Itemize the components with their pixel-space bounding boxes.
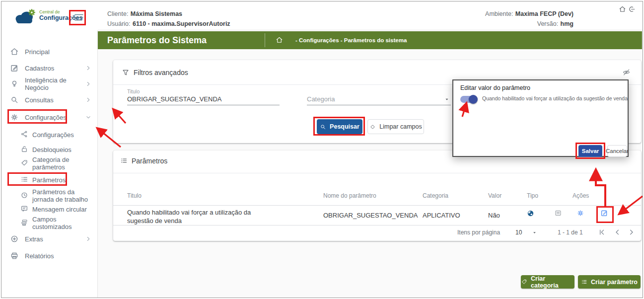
categoria-select[interactable] xyxy=(307,94,451,105)
first-page-icon[interactable] xyxy=(598,228,606,236)
logout-icon[interactable] xyxy=(628,5,636,13)
dialog-title: Editar valor do parâmetro xyxy=(460,84,530,91)
chevron-right-icon xyxy=(85,80,92,87)
menu-icon[interactable] xyxy=(71,12,84,22)
environment-label: Ambiente: xyxy=(485,10,513,17)
sidebar-subitem-parametros[interactable]: Parâmetros xyxy=(1,173,98,187)
logo-line1: Central de xyxy=(39,9,60,14)
parameters-card: Parâmetros Titulo Nome do parâmetro Cate… xyxy=(113,150,641,241)
sidebar-subitem-configuracoes[interactable]: Configurações xyxy=(1,128,98,142)
dropdown-caret-icon[interactable] xyxy=(444,96,450,102)
column-header-acoes: Ações xyxy=(572,192,589,199)
sidebar-subitem-categoria-de-parametros[interactable]: Categoria de parâmetros xyxy=(1,155,98,172)
sidebar-nav: Principal Cadastros Inteligência de Negó… xyxy=(1,30,98,298)
titulo-field: Titulo xyxy=(127,88,280,105)
save-button[interactable]: Salvar xyxy=(578,145,602,157)
sidebar-item-relatorios[interactable]: Relatórios xyxy=(1,249,98,263)
cancel-button[interactable]: Cancelar xyxy=(607,145,627,157)
note-action-icon[interactable] xyxy=(554,209,562,217)
hide-filters-eye-off-icon[interactable] xyxy=(622,68,631,76)
version-label: Versão: xyxy=(537,20,558,27)
pagination-range: 1 - 1 de 1 xyxy=(558,229,583,236)
plus-circle-icon xyxy=(10,234,19,243)
edit-action-icon[interactable] xyxy=(600,209,608,217)
sidebar-subitem-campos-customizados[interactable]: Campos customizados xyxy=(1,216,98,230)
column-header-tipo: Tipo xyxy=(527,192,538,199)
unlock-icon xyxy=(20,145,29,154)
parameter-toggle[interactable] xyxy=(460,96,477,103)
sidebar-item-cadastros[interactable]: Cadastros xyxy=(1,61,98,75)
sidebar-item-inteligencia[interactable]: Inteligência de Negócio xyxy=(1,77,98,91)
create-category-button[interactable]: Criar categoria xyxy=(521,275,574,289)
client-label: Cliente: xyxy=(107,10,128,17)
hierarchy-icon xyxy=(20,130,29,139)
chevron-down-icon xyxy=(85,114,92,121)
cell-categoria: APLICATIVO xyxy=(423,212,460,219)
search-icon xyxy=(320,124,326,130)
list-icon xyxy=(120,157,128,164)
edit-parameter-dialog: Editar valor do parâmetro Quando habilit… xyxy=(452,79,629,157)
breadcrumb-home-icon[interactable] xyxy=(276,36,283,44)
column-header-titulo: Titulo xyxy=(127,192,142,199)
title-divider xyxy=(265,33,265,47)
sidebar-subitem-mensagem-circular[interactable]: Mensagem circular xyxy=(1,202,98,216)
per-page-caret-icon[interactable] xyxy=(532,230,537,235)
chevron-right-icon xyxy=(85,65,92,72)
list-icon xyxy=(20,175,29,184)
stack-icon xyxy=(20,219,29,227)
home-icon xyxy=(10,47,19,56)
sidebar-subitem-parametros-jornada[interactable]: Parâmetros da jornada de trabalho xyxy=(1,187,98,204)
environment-value: Maxima FECP (Dev) xyxy=(515,10,573,17)
page-title: Parâmetros do Sistema xyxy=(107,35,207,46)
gear-icon xyxy=(10,113,19,122)
sidebar-subitem-desbloqueios[interactable]: Desbloqueios xyxy=(1,143,98,156)
filter-funnel-icon xyxy=(122,69,130,76)
items-per-page-value[interactable]: 10 xyxy=(515,229,522,236)
message-icon xyxy=(20,205,29,214)
next-page-icon[interactable] xyxy=(628,228,635,236)
home-icon[interactable] xyxy=(619,5,626,13)
version-value: hmg xyxy=(561,20,573,27)
sidebar-item-configuracoes[interactable]: Configurações xyxy=(1,110,98,124)
user-label: Usuário: xyxy=(107,20,131,27)
column-header-categoria: Categoria xyxy=(423,192,448,199)
toggle-label: Quando habilitado vai forçar a utilizaçã… xyxy=(482,95,628,101)
chevron-right-icon xyxy=(85,96,92,103)
lightbulb-icon xyxy=(10,79,19,88)
page-title-bar: Parâmetros do Sistema - Configurações - … xyxy=(98,31,642,49)
column-header-nome: Nome do parâmetro xyxy=(323,192,376,199)
printer-icon xyxy=(10,251,19,260)
tag-icon xyxy=(521,279,527,285)
sidebar-item-consultas[interactable]: Consultas xyxy=(1,93,98,107)
titulo-field-label: Titulo xyxy=(127,88,280,94)
titulo-input[interactable] xyxy=(127,94,280,105)
list-icon xyxy=(581,279,587,285)
eraser-icon xyxy=(369,124,376,130)
previous-page-icon[interactable] xyxy=(614,228,621,236)
sidebar-item-extras[interactable]: Extras xyxy=(1,232,98,246)
cloud-logo-icon xyxy=(13,8,36,24)
chevron-right-icon xyxy=(85,235,92,242)
user-info: Usuário: 6110 - maxima.SupervisorAutoriz xyxy=(107,19,230,28)
version-info: Versão: hmg xyxy=(424,19,573,28)
gear-action-icon[interactable] xyxy=(576,209,584,217)
clock-icon xyxy=(20,191,29,200)
breadcrumb: - Configurações - Parâmetros do sistema xyxy=(295,37,407,43)
search-button[interactable]: Pesquisar xyxy=(317,119,362,134)
globe-type-icon xyxy=(527,210,534,217)
edit-icon xyxy=(10,64,19,73)
user-value: 6110 - maxima.SupervisorAutoriz xyxy=(133,20,230,27)
client-info: Cliente: Máxima Sistemas xyxy=(107,9,182,18)
filters-title: Filtros avançados xyxy=(134,69,188,76)
client-value: Máxima Sistemas xyxy=(131,10,182,17)
sidebar-item-principal[interactable]: Principal xyxy=(1,45,98,59)
cell-titulo: Quando habilitado vai forçar a utilizaçã… xyxy=(127,208,276,225)
last-page-icon[interactable] xyxy=(641,228,643,236)
top-header: Central de Configurações Cliente: Máxima… xyxy=(1,1,643,30)
create-parameter-button[interactable]: Criar parâmetro xyxy=(578,275,641,289)
tag-icon xyxy=(20,159,29,168)
clear-fields-button[interactable]: Limpar campos xyxy=(367,119,424,134)
parameters-title: Parâmetros xyxy=(132,157,167,165)
items-per-page-label: Itens por página xyxy=(457,229,500,236)
cell-valor: Não xyxy=(488,212,500,219)
